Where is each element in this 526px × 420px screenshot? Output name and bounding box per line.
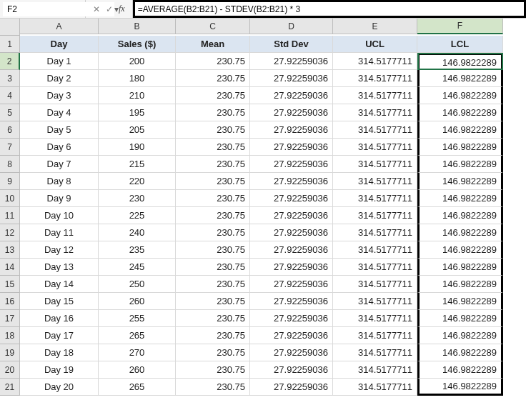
cell-A8[interactable]: Day 7 (20, 156, 99, 173)
cell-C17[interactable]: 230.75 (176, 310, 250, 327)
cell-F2[interactable]: 146.9822289 (417, 53, 503, 70)
row-header-19[interactable]: 19 (0, 344, 20, 361)
cell-D8[interactable]: 27.92259036 (250, 156, 333, 173)
cell-E4[interactable]: 314.5177711 (333, 87, 417, 104)
cell-C16[interactable]: 230.75 (176, 293, 250, 310)
cell-F7[interactable]: 146.9822289 (417, 139, 503, 156)
cell-D10[interactable]: 27.92259036 (250, 190, 333, 207)
cell-B14[interactable]: 245 (99, 259, 176, 276)
row-header-16[interactable]: 16 (0, 293, 20, 310)
row-header-21[interactable]: 21 (0, 379, 20, 396)
cell-D7[interactable]: 27.92259036 (250, 139, 333, 156)
cell-C12[interactable]: 230.75 (176, 224, 250, 241)
cell-C5[interactable]: 230.75 (176, 104, 250, 121)
cell-B16[interactable]: 260 (99, 293, 176, 310)
cell-C18[interactable]: 230.75 (176, 327, 250, 344)
header-A[interactable]: Day (20, 36, 99, 53)
cell-F13[interactable]: 146.9822289 (417, 241, 503, 259)
cell-F18[interactable]: 146.9822289 (417, 327, 503, 344)
cell-A17[interactable]: Day 16 (20, 310, 99, 327)
cell-D3[interactable]: 27.92259036 (250, 70, 333, 87)
cell-A21[interactable]: Day 20 (20, 379, 99, 396)
cell-E7[interactable]: 314.5177711 (333, 139, 417, 156)
cell-C15[interactable]: 230.75 (176, 276, 250, 293)
row-header-8[interactable]: 8 (0, 156, 20, 173)
col-header-D[interactable]: D (250, 19, 333, 34)
cell-F14[interactable]: 146.9822289 (417, 259, 503, 276)
cell-A18[interactable]: Day 17 (20, 327, 99, 344)
cell-A5[interactable]: Day 4 (20, 104, 99, 121)
cell-B7[interactable]: 190 (99, 139, 176, 156)
cell-A12[interactable]: Day 11 (20, 224, 99, 241)
cell-A16[interactable]: Day 15 (20, 293, 99, 310)
cell-E9[interactable]: 314.5177711 (333, 173, 417, 190)
cell-B12[interactable]: 240 (99, 224, 176, 241)
col-header-B[interactable]: B (99, 19, 176, 34)
cell-B11[interactable]: 225 (99, 207, 176, 224)
cell-D4[interactable]: 27.92259036 (250, 87, 333, 104)
cell-C20[interactable]: 230.75 (176, 361, 250, 379)
cell-E16[interactable]: 314.5177711 (333, 293, 417, 310)
header-C[interactable]: Mean (176, 36, 250, 53)
cell-C13[interactable]: 230.75 (176, 241, 250, 259)
cell-B5[interactable]: 195 (99, 104, 176, 121)
cell-F11[interactable]: 146.9822289 (417, 207, 503, 224)
row-header-15[interactable]: 15 (0, 276, 20, 293)
cell-D11[interactable]: 27.92259036 (250, 207, 333, 224)
cell-C9[interactable]: 230.75 (176, 173, 250, 190)
cell-E6[interactable]: 314.5177711 (333, 121, 417, 139)
cell-C6[interactable]: 230.75 (176, 121, 250, 139)
cell-E17[interactable]: 314.5177711 (333, 310, 417, 327)
cell-E10[interactable]: 314.5177711 (333, 190, 417, 207)
cell-F12[interactable]: 146.9822289 (417, 224, 503, 241)
row-header-12[interactable]: 12 (0, 224, 20, 241)
col-header-A[interactable]: A (20, 19, 99, 34)
row-header-18[interactable]: 18 (0, 327, 20, 344)
cell-D21[interactable]: 27.92259036 (250, 379, 333, 396)
row-header-17[interactable]: 17 (0, 310, 20, 327)
cancel-icon[interactable]: ✕ (93, 4, 100, 14)
cell-C2[interactable]: 230.75 (176, 53, 250, 70)
cell-A15[interactable]: Day 14 (20, 276, 99, 293)
cell-C19[interactable]: 230.75 (176, 344, 250, 361)
select-all-corner[interactable] (0, 19, 20, 36)
cell-E8[interactable]: 314.5177711 (333, 156, 417, 173)
cell-F16[interactable]: 146.9822289 (417, 293, 503, 310)
col-header-F[interactable]: F (417, 19, 503, 34)
cell-E15[interactable]: 314.5177711 (333, 276, 417, 293)
cell-F17[interactable]: 146.9822289 (417, 310, 503, 327)
worksheet-grid[interactable]: ABCDEF1DaySales ($)MeanStd DevUCLLCL2Day… (0, 19, 526, 396)
cell-A11[interactable]: Day 10 (20, 207, 99, 224)
row-header-14[interactable]: 14 (0, 259, 20, 276)
cell-B13[interactable]: 235 (99, 241, 176, 259)
cell-A3[interactable]: Day 2 (20, 70, 99, 87)
cell-D15[interactable]: 27.92259036 (250, 276, 333, 293)
cell-E13[interactable]: 314.5177711 (333, 241, 417, 259)
cell-F21[interactable]: 146.9822289 (417, 379, 503, 396)
row-header-1[interactable]: 1 (0, 36, 20, 53)
cell-A6[interactable]: Day 5 (20, 121, 99, 139)
cell-D14[interactable]: 27.92259036 (250, 259, 333, 276)
cell-D19[interactable]: 27.92259036 (250, 344, 333, 361)
cell-A13[interactable]: Day 12 (20, 241, 99, 259)
cell-A19[interactable]: Day 18 (20, 344, 99, 361)
col-header-C[interactable]: C (176, 19, 250, 34)
cell-A10[interactable]: Day 9 (20, 190, 99, 207)
cell-D17[interactable]: 27.92259036 (250, 310, 333, 327)
cell-D13[interactable]: 27.92259036 (250, 241, 333, 259)
cell-E14[interactable]: 314.5177711 (333, 259, 417, 276)
header-E[interactable]: UCL (333, 36, 417, 53)
header-D[interactable]: Std Dev (250, 36, 333, 53)
cell-A4[interactable]: Day 3 (20, 87, 99, 104)
formula-bar[interactable] (133, 0, 526, 18)
row-header-20[interactable]: 20 (0, 361, 20, 379)
cell-C10[interactable]: 230.75 (176, 190, 250, 207)
row-header-2[interactable]: 2 (0, 53, 20, 70)
row-header-9[interactable]: 9 (0, 173, 20, 190)
cell-E2[interactable]: 314.5177711 (333, 53, 417, 70)
header-F[interactable]: LCL (417, 36, 503, 53)
cell-E11[interactable]: 314.5177711 (333, 207, 417, 224)
cell-D20[interactable]: 27.92259036 (250, 361, 333, 379)
cell-A9[interactable]: Day 8 (20, 173, 99, 190)
cell-C8[interactable]: 230.75 (176, 156, 250, 173)
